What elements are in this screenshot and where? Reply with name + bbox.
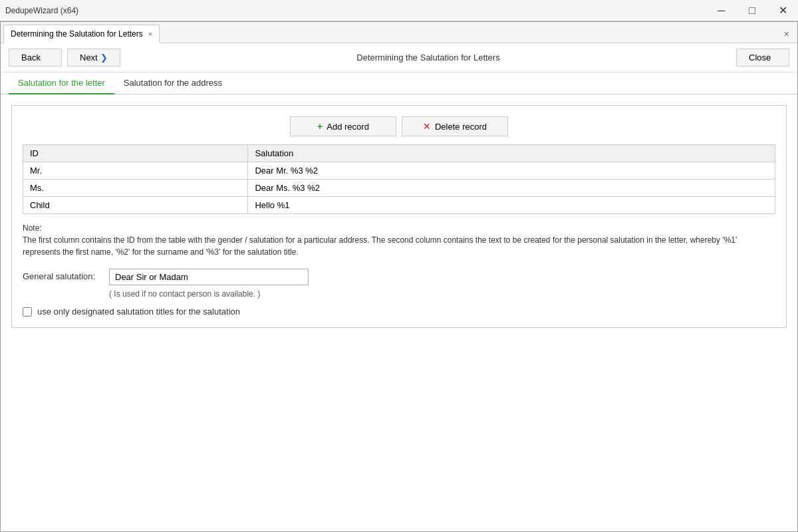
designated-titles-checkbox[interactable] bbox=[23, 307, 32, 317]
col-header-salutation: Salutation bbox=[248, 145, 775, 162]
checkbox-row: use only designated salutation titles fo… bbox=[23, 307, 775, 317]
maximize-button[interactable]: □ bbox=[737, 0, 767, 21]
note-label: Note: bbox=[23, 223, 42, 233]
main-panel: + Add record ✕ Delete record ID Salutati… bbox=[11, 105, 787, 328]
add-icon: + bbox=[317, 121, 323, 132]
general-salutation-label: General salutation: bbox=[23, 269, 109, 281]
titlebar-close-button[interactable]: ✕ bbox=[767, 0, 798, 21]
title-bar: DedupeWizard (x64) ─ □ ✕ bbox=[0, 0, 798, 21]
action-buttons-row: + Add record ✕ Delete record bbox=[23, 116, 775, 136]
salutation-table: ID Salutation Mr.Dear Mr. %3 %2Ms.Dear M… bbox=[23, 144, 775, 214]
cell-id: Mr. bbox=[23, 162, 248, 180]
content-area: + Add record ✕ Delete record ID Salutati… bbox=[1, 94, 797, 531]
table-row[interactable]: Mr.Dear Mr. %3 %2 bbox=[23, 162, 775, 180]
close-label: Close bbox=[749, 53, 771, 63]
minimize-button[interactable]: ─ bbox=[706, 0, 737, 21]
cell-id: Ms. bbox=[23, 180, 248, 197]
table-row[interactable]: Ms.Dear Ms. %3 %2 bbox=[23, 180, 775, 197]
window-close-button[interactable]: × bbox=[779, 27, 795, 41]
cell-id: Child bbox=[23, 197, 248, 214]
toolbar: Back Next ❯ Determining the Salutation f… bbox=[1, 43, 797, 72]
back-label: Back bbox=[21, 53, 41, 63]
cell-salutation: Dear Ms. %3 %2 bbox=[248, 180, 775, 197]
cell-salutation: Hello %1 bbox=[248, 197, 775, 214]
nav-tabs: Salutation for the letter Salutation for… bbox=[1, 72, 797, 94]
tab-label: Determining the Salutation for Letters bbox=[11, 29, 143, 39]
tab-salutation-letter[interactable]: Salutation for the letter bbox=[9, 72, 114, 94]
next-button[interactable]: Next ❯ bbox=[67, 49, 120, 66]
window-tab[interactable]: Determining the Salutation for Letters × bbox=[3, 25, 160, 43]
add-record-label: Add record bbox=[327, 122, 369, 132]
back-button[interactable]: Back bbox=[9, 49, 62, 66]
delete-record-button[interactable]: ✕ Delete record bbox=[402, 116, 508, 136]
add-record-button[interactable]: + Add record bbox=[290, 116, 396, 136]
next-arrow-icon: ❯ bbox=[100, 53, 108, 63]
title-bar-controls: ─ □ ✕ bbox=[706, 0, 798, 21]
tab-letter-label: Salutation for the letter bbox=[18, 78, 105, 88]
general-salutation-input[interactable] bbox=[109, 269, 309, 285]
note-text: The first column contains the ID from th… bbox=[23, 235, 737, 257]
checkbox-label: use only designated salutation titles fo… bbox=[37, 307, 240, 317]
col-header-id: ID bbox=[23, 145, 248, 162]
tab-address-label: Salutation for the address bbox=[124, 78, 222, 88]
tab-close-icon[interactable]: × bbox=[148, 30, 152, 38]
main-window: Determining the Salutation for Letters ×… bbox=[0, 21, 798, 532]
close-button[interactable]: Close bbox=[736, 49, 789, 66]
cell-salutation: Dear Mr. %3 %2 bbox=[248, 162, 775, 180]
toolbar-title: Determining the Salutation for Letters bbox=[126, 53, 731, 63]
tab-bar: Determining the Salutation for Letters ×… bbox=[1, 22, 797, 43]
general-salutation-row: General salutation: bbox=[23, 269, 775, 285]
app-title: DedupeWizard (x64) bbox=[5, 6, 78, 15]
next-label: Next bbox=[80, 53, 98, 63]
tab-salutation-address[interactable]: Salutation for the address bbox=[114, 72, 231, 94]
table-row[interactable]: ChildHello %1 bbox=[23, 197, 775, 214]
general-salutation-hint: ( Is used if no contact person is availa… bbox=[109, 289, 775, 299]
note-section: Note: The first column contains the ID f… bbox=[23, 222, 775, 258]
delete-icon: ✕ bbox=[423, 121, 431, 132]
delete-record-label: Delete record bbox=[435, 122, 487, 132]
